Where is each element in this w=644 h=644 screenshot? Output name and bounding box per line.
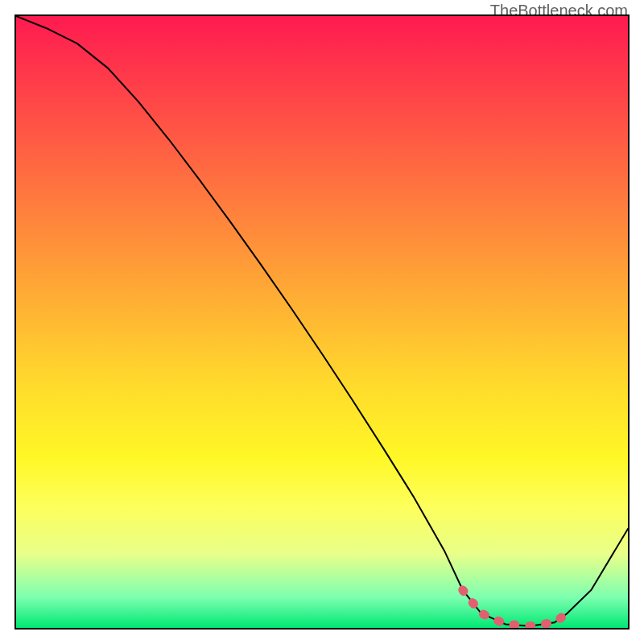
chart-svg bbox=[16, 16, 628, 628]
chart-line bbox=[16, 16, 628, 626]
chart-highlight bbox=[463, 590, 567, 626]
plot-area bbox=[14, 14, 630, 630]
